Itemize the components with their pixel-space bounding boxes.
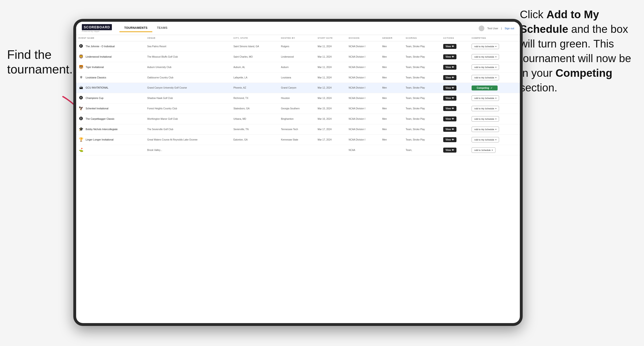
add-to-schedule-button[interactable]: Add to My Schedule + xyxy=(472,137,499,142)
competing-button[interactable]: Competing ✓ xyxy=(472,85,498,90)
view-label: View xyxy=(446,149,451,151)
division: NCAA Division I xyxy=(348,107,366,110)
add-to-schedule-button[interactable]: Add to My Schedule + xyxy=(472,116,499,122)
school-logo: 🏔 xyxy=(78,85,84,90)
event-cell: ⛳ xyxy=(78,148,142,153)
division: NCAA Division I xyxy=(348,66,366,68)
app-logo: SCOREBOARD xyxy=(84,25,110,29)
eye-icon: 👁 xyxy=(452,55,454,58)
school-logo: 🅑 xyxy=(78,116,84,122)
hosted-by: Auburn xyxy=(281,66,288,68)
add-to-schedule-button[interactable]: Add to Schedule + xyxy=(472,147,496,153)
view-button[interactable]: View 👁 xyxy=(443,44,457,49)
table-row: 🏔 GCU INVITATIONAL Grand Canyon Universi… xyxy=(76,83,520,93)
event-name: Lindenwood Invitational xyxy=(86,55,112,59)
col-scoring: SCORING xyxy=(403,35,441,41)
division: NCAA xyxy=(348,149,355,151)
add-schedule-label: Add to My Schedule xyxy=(474,66,494,68)
table-row: 🅗 Champions Cup Shadow Hawk Golf ClubRic… xyxy=(76,93,520,103)
plus-icon: + xyxy=(495,138,497,141)
venue: Shadow Hawk Golf Club xyxy=(147,97,173,99)
plus-icon: + xyxy=(495,118,497,120)
eye-icon: 👁 xyxy=(452,118,454,120)
venue: Sea Palms Resort xyxy=(147,45,166,48)
start-date: Mar 17, 2024 xyxy=(318,128,332,131)
view-button[interactable]: View 👁 xyxy=(443,85,457,90)
tab-tournaments[interactable]: TOURNAMENTS xyxy=(120,24,152,32)
nav-tabs: TOURNAMENTS TEAMS xyxy=(120,24,172,32)
view-button[interactable]: View 👁 xyxy=(443,127,457,132)
event-cell: 🅡 The Johnnie - O Individual xyxy=(78,44,142,49)
table-row: 🐯 Tiger Invitational Auburn University C… xyxy=(76,62,520,72)
view-label: View xyxy=(446,138,451,141)
event-cell: 🦅 Schenkel Invitational xyxy=(78,106,142,111)
event-name: The Johnnie - O Individual xyxy=(86,45,115,48)
division: NCAA Division I xyxy=(348,138,366,141)
start-date: Mar 16, 2024 xyxy=(318,118,332,120)
sign-out-link[interactable]: Sign out xyxy=(505,27,514,30)
school-logo: 🦁 xyxy=(78,54,84,59)
app-header: SCOREBOARD Powered by clippd TOURNAMENTS… xyxy=(76,22,520,35)
add-to-schedule-button[interactable]: Add to My Schedule + xyxy=(472,64,499,70)
venue: Great Waters Course At Reynolds Lake Oco… xyxy=(147,138,198,141)
hosted-by: Kennesaw State xyxy=(281,138,298,141)
view-button[interactable]: View 👁 xyxy=(443,137,457,142)
logo-box: SCOREBOARD xyxy=(82,24,112,30)
view-button[interactable]: View 👁 xyxy=(443,116,457,121)
city-state: Sevierville, TN xyxy=(234,128,248,131)
city-state: Eatonton, GA xyxy=(234,138,248,141)
view-button[interactable]: View 👁 xyxy=(443,65,457,70)
hosted-by: Lindenwood xyxy=(281,55,294,58)
event-name: GCU INVITATIONAL xyxy=(86,86,108,90)
view-label: View xyxy=(446,76,451,79)
division: NCAA Division I xyxy=(348,76,366,79)
view-button[interactable]: View 👁 xyxy=(443,75,457,80)
eye-icon: 👁 xyxy=(452,76,454,79)
header-right: Test User | Sign out xyxy=(479,25,514,31)
add-schedule-label: Add to My Schedule xyxy=(474,55,494,58)
add-to-schedule-button[interactable]: Add to My Schedule + xyxy=(472,54,499,59)
city-state: Saint Simons Island, GA xyxy=(234,45,259,48)
gender: Men xyxy=(382,66,387,68)
school-logo: 🅗 xyxy=(78,96,84,101)
add-schedule-label: Add to My Schedule xyxy=(474,128,494,131)
tab-teams[interactable]: TEAMS xyxy=(152,24,172,32)
view-button[interactable]: View 👁 xyxy=(443,96,457,101)
start-date: Mar 13, 2024 xyxy=(318,97,332,99)
eye-icon: 👁 xyxy=(452,107,454,110)
view-button[interactable]: View 👁 xyxy=(443,54,457,59)
gender: Men xyxy=(382,107,387,110)
add-to-schedule-button[interactable]: Add to My Schedule + xyxy=(472,106,499,111)
view-button[interactable]: View 👁 xyxy=(443,106,457,111)
division: NCAA Division I xyxy=(348,86,366,89)
checkmark-icon: ✓ xyxy=(490,87,492,89)
eye-icon: 👁 xyxy=(452,128,454,131)
scoring: Team, Stroke Play xyxy=(406,45,425,48)
event-name: Champions Cup xyxy=(86,97,103,100)
add-to-schedule-button[interactable]: Add to My Schedule + xyxy=(472,44,499,49)
gender: Men xyxy=(382,76,387,79)
view-button[interactable]: View 👁 xyxy=(443,148,457,153)
venue: Brook Valley... xyxy=(147,149,162,151)
venue: Forest Heights Country Club xyxy=(147,107,177,110)
start-date: Mar 17, 2024 xyxy=(318,138,332,141)
add-to-schedule-button[interactable]: Add to My Schedule + xyxy=(472,95,499,101)
add-to-schedule-button[interactable]: Add to My Schedule + xyxy=(472,75,499,80)
division: NCAA Division I xyxy=(348,55,366,58)
event-cell: 🦁 Lindenwood Invitational xyxy=(78,54,142,59)
school-logo: 🦅 xyxy=(78,106,84,111)
city-state: Richmond, TX xyxy=(234,97,248,99)
table-row: 🦅 Schenkel Invitational Forest Heights C… xyxy=(76,103,520,114)
event-cell: 🏆 Linger Longer Invitational xyxy=(78,137,142,142)
eye-icon: 👁 xyxy=(452,45,454,48)
col-city-state: CITY, STATE xyxy=(231,35,278,41)
add-to-schedule-button[interactable]: Add to My Schedule + xyxy=(472,127,499,132)
gender: Men xyxy=(382,86,387,89)
start-date: Mar 11, 2024 xyxy=(318,45,332,48)
city-state: Phoenix, AZ xyxy=(234,86,246,89)
table-row: 🦁 Lindenwood Invitational The Missouri B… xyxy=(76,52,520,62)
event-name: Schenkel Invitational xyxy=(86,107,108,110)
city-state: Saint Charles, MO xyxy=(234,55,253,58)
tablet-frame: SCOREBOARD Powered by clippd TOURNAMENTS… xyxy=(73,19,523,326)
table-row: 🅡 The Johnnie - O Individual Sea Palms R… xyxy=(76,41,520,52)
